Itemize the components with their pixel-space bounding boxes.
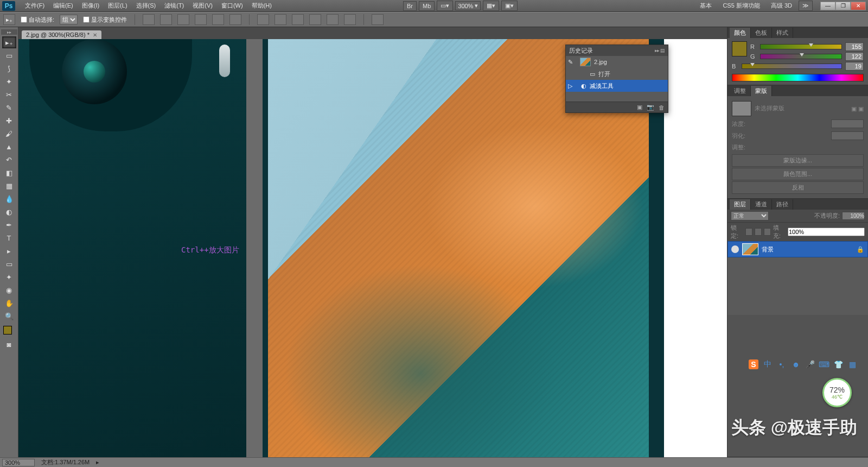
g-slider[interactable] [760,54,842,59]
layer-row[interactable]: 背景 🔒 [727,241,868,257]
type-tool[interactable]: T [2,232,16,244]
menu-layer[interactable]: 图层(L) [104,2,131,10]
r-slider[interactable] [760,44,842,49]
spectrum-bar[interactable] [732,74,864,81]
current-tool-icon[interactable]: ▸₊ [3,14,15,25]
status-arrow-icon[interactable]: ▸ [96,459,99,466]
show-transform-checkbox[interactable]: 显示变换控件 [83,16,127,24]
close-tab-icon[interactable]: ✕ [93,32,97,38]
3d-tool[interactable]: ✦ [2,271,16,283]
document-tab[interactable]: 2.jpg @ 300%(RGB/8) * ✕ [22,30,101,39]
menu-view[interactable]: 视图(V) [188,2,217,10]
window-maximize-icon[interactable]: ❐ [835,2,851,10]
history-step-open[interactable]: ▭ 打开 [566,68,668,80]
dodge-tool[interactable]: ◐ [2,206,16,218]
screen-mode-button[interactable]: ▭▾ [437,1,453,11]
stamp-tool[interactable]: ▲ [2,141,16,153]
align-vcenter-icon[interactable] [160,14,172,25]
marquee-tool[interactable]: ▭ [2,49,16,61]
current-color-swatch[interactable] [732,41,747,56]
align-top-icon[interactable] [143,14,155,25]
lasso-tool[interactable]: ⟆ [2,62,16,74]
crop-tool[interactable]: ✂ [2,89,16,100]
blur-tool[interactable]: 💧 [2,193,16,205]
history-delete-icon[interactable]: 🗑 [659,104,665,111]
history-collapse-icon[interactable]: ▸▸ ▤ [655,48,665,53]
feather-field[interactable] [831,131,864,140]
align-right-icon[interactable] [229,14,241,25]
color-swatches[interactable] [3,326,15,338]
zoom-tool[interactable]: 🔍 [2,310,16,322]
eyedropper-tool[interactable]: ✎ [2,102,16,113]
workspace-3d[interactable]: 高级 3D [767,2,796,10]
hand-tool[interactable]: ✋ [2,297,16,309]
distribute-hcenter-icon[interactable] [327,14,339,25]
ime-keyboard-icon[interactable]: ⌨ [819,359,829,369]
quick-select-tool[interactable]: ✦ [2,75,16,87]
r-input[interactable] [845,42,864,51]
window-minimize-icon[interactable]: — [820,2,835,10]
align-left-icon[interactable] [195,14,207,25]
ime-toolbar[interactable]: S 中 •, ☻ 🎤 ⌨ 👕 ▦ [749,359,857,369]
workspace-more[interactable]: ≫ [799,1,813,11]
tab-masks[interactable]: 蒙版 [751,86,772,96]
layer-visibility-icon[interactable] [731,245,739,253]
align-hcenter-icon[interactable] [212,14,224,25]
menu-edit[interactable]: 编辑(E) [49,2,78,10]
lock-pixels-icon[interactable] [745,228,752,236]
history-step-dodge[interactable]: ▷ ◐ 减淡工具 [566,80,668,92]
tab-paths[interactable]: 路径 [772,199,793,210]
add-mask-icons[interactable]: ▣ ▣ [851,105,864,112]
tab-layers[interactable]: 图层 [730,199,751,210]
status-zoom[interactable]: 300% [2,459,35,466]
minibridge-button[interactable]: Mb [419,1,435,11]
menu-file[interactable]: 文件(F) [21,2,49,10]
opacity-input[interactable] [842,212,865,220]
tab-styles[interactable]: 样式 [772,28,793,38]
menu-select[interactable]: 选择(S) [132,2,161,10]
menu-help[interactable]: 帮助(H) [247,2,276,10]
workspace-cs5new[interactable]: CS5 新增功能 [718,2,764,10]
zoom-dropdown[interactable]: 300% ▾ [455,1,481,10]
eraser-tool[interactable]: ◧ [2,167,16,179]
history-snapshot-icon[interactable]: 📷 [647,104,654,111]
gradient-tool[interactable]: ▦ [2,180,16,192]
workspace-basic[interactable]: 基本 [695,2,716,10]
ime-voice-icon[interactable]: 🎤 [805,359,815,369]
shape-tool[interactable]: ▭ [2,258,16,270]
b-slider[interactable] [742,64,842,69]
tab-adjustments[interactable]: 调整 [730,86,751,96]
move-tool[interactable]: ▸₊ [2,36,16,48]
tab-color[interactable]: 颜色 [730,28,751,38]
align-bottom-icon[interactable] [177,14,189,25]
window-close-icon[interactable]: ✕ [851,2,866,10]
brush-tool[interactable]: 🖌 [2,128,16,140]
color-range-button[interactable]: 颜色范围... [732,168,864,180]
history-new-doc-icon[interactable]: ▣ [637,104,642,111]
ime-lang-icon[interactable]: 中 [763,359,773,369]
healing-tool[interactable]: ✚ [2,115,16,127]
lock-position-icon[interactable] [755,228,762,236]
lock-all-icon[interactable] [764,228,771,236]
mask-edge-button[interactable]: 蒙版边缘... [732,154,864,167]
menu-filter[interactable]: 滤镜(T) [160,2,188,10]
distribute-bottom-icon[interactable] [292,14,304,25]
tab-swatches[interactable]: 色板 [751,28,772,38]
ime-emoji-icon[interactable]: ☻ [791,359,801,369]
distribute-left-icon[interactable] [309,14,321,25]
distribute-top-icon[interactable] [257,14,269,25]
perf-gauge[interactable]: 72% 46℃ [822,378,852,407]
invert-button[interactable]: 反相 [732,181,864,194]
distribute-vcenter-icon[interactable] [275,14,286,25]
extras-button[interactable]: ▣▾ [501,1,518,11]
auto-align-icon[interactable] [372,14,384,25]
ime-skin-icon[interactable]: 👕 [833,359,843,369]
toolbar-expand-icon[interactable]: ▸▸ [1,29,17,35]
menu-image[interactable]: 图像(I) [78,2,104,10]
history-brush-tool[interactable]: ↶ [2,154,16,166]
distribute-right-icon[interactable] [344,14,356,25]
3d-camera-tool[interactable]: ◉ [2,284,16,296]
pen-tool[interactable]: ✒ [2,219,16,231]
auto-select-checkbox[interactable]: 自动选择: [21,16,54,24]
history-tab[interactable]: 历史记录 [569,47,593,55]
